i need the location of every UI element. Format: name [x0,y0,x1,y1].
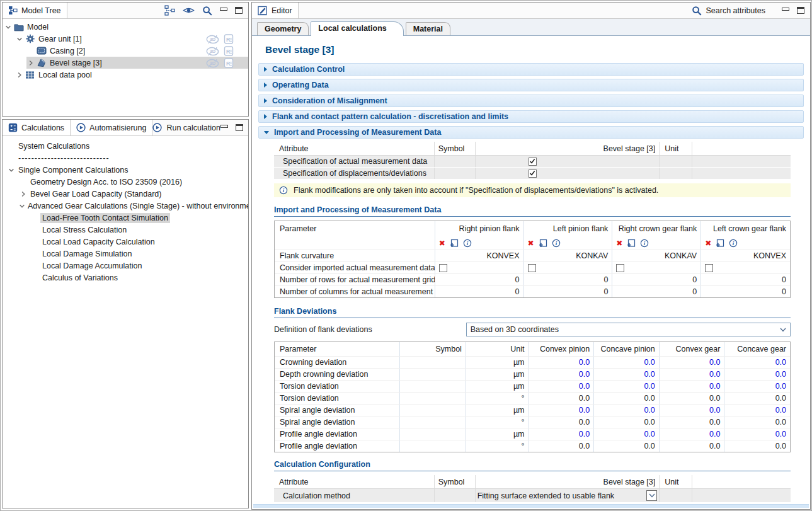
delete-icon[interactable]: ✖ [705,239,711,247]
eye-icon[interactable] [183,6,195,14]
tree-item[interactable]: Local data pool [15,69,248,81]
unit-cell: µm [466,405,529,416]
checkbox[interactable] [439,264,447,272]
calculation-item[interactable]: Local Stress Calculation [3,224,248,236]
automation-tab[interactable]: Automatisierung [71,120,152,135]
checkbox[interactable] [616,264,624,272]
value-cell [476,168,660,179]
rotate-3d-icon[interactable]: 3D [206,34,219,44]
import-file-icon[interactable] [450,239,459,248]
value-cell[interactable]: 0.0 [594,381,660,392]
search-attributes-button[interactable]: Search attributes [692,6,766,16]
rotate-3d-icon[interactable]: 3D [206,58,219,68]
chevron-down-icon[interactable] [18,202,26,210]
value-cell[interactable]: 0.0 [724,381,790,392]
info-icon[interactable]: i [640,239,649,248]
report-icon[interactable]: R [224,58,234,68]
tree-item[interactable]: Gear unit [1]3DR [15,33,248,45]
value-cell[interactable]: 0.0 [594,369,660,380]
tree-item-label: Local data pool [36,71,94,79]
import-file-icon[interactable] [716,239,724,248]
import-file-icon[interactable] [627,239,636,248]
tab-geometry[interactable]: Geometry [257,22,309,35]
checkbox[interactable] [529,169,537,178]
import-file-icon[interactable] [539,239,547,248]
tab-local-calculations[interactable]: Local calculations [311,21,403,36]
value-cell[interactable]: 0.0 [594,428,660,440]
value-cell[interactable]: 0.0 [724,405,790,416]
value-cell[interactable]: 0.0 [529,357,595,368]
chevron-right-icon[interactable] [26,59,35,67]
value-cell[interactable]: 0.0 [529,405,595,416]
info-icon[interactable]: i [463,239,472,248]
tree-item[interactable]: Casing [2]3DR [26,45,248,57]
value-cell[interactable]: 0.0 [660,428,725,440]
editor-tab[interactable]: Editor [252,3,299,18]
value-cell[interactable]: 0.0 [594,357,660,368]
calculation-item[interactable]: Local Damage Accumulation [3,260,248,272]
value-cell[interactable]: 0.0 [529,381,595,392]
chevron-down-icon[interactable] [4,23,13,31]
model-tree-tab[interactable]: Model Tree [3,3,67,18]
dropdown-button[interactable] [646,490,657,501]
calculation-item[interactable]: Local Load Capacity Calculation [3,236,248,248]
calculation-item[interactable]: Geometry Design Acc. to ISO 23509 (2016) [3,176,248,188]
value-cell[interactable]: 0.0 [660,369,725,380]
report-icon[interactable]: R [224,34,234,44]
info-icon[interactable]: i [552,239,561,248]
delete-icon[interactable]: ✖ [528,239,534,247]
value-cell[interactable]: 0.0 [724,357,790,368]
value-cell[interactable]: 0.0 [660,405,725,416]
chevron-down-icon[interactable] [6,166,16,174]
calculation-item[interactable]: Calculus of Variations [3,272,248,284]
flank-definition-dropdown[interactable]: Based on 3D coordinates [466,323,791,336]
delete-icon[interactable]: ✖ [616,239,622,247]
value-cell[interactable]: 0.0 [724,428,790,440]
calculations-tab[interactable]: Calculations [3,120,71,135]
maximize-icon[interactable] [797,7,804,14]
delete-icon[interactable]: ✖ [439,239,445,247]
calculation-item[interactable]: Local Damage Simulation [3,248,248,260]
chevron-down-icon[interactable] [15,35,24,43]
value-cell[interactable] [435,262,524,273]
checkbox[interactable] [529,158,537,166]
section-header-collapsed[interactable]: Consideration of Misalignment [258,95,804,107]
minimize-icon[interactable] [782,8,789,11]
section-header-expanded[interactable]: Import and Processing of Measurement Dat… [258,126,804,139]
value-cell[interactable]: 0.0 [724,369,790,380]
unit-cell [660,168,692,179]
value-cell[interactable]: 0.0 [594,405,660,416]
chevron-right-icon[interactable] [15,71,24,79]
calculation-item[interactable]: Advanced Gear Calculations (Single Stage… [3,200,248,212]
value-cell[interactable]: 0.0 [529,369,595,380]
minimize-icon[interactable] [220,125,228,128]
section-header-collapsed[interactable]: Calculation Control [258,63,804,76]
calculation-item[interactable]: System Calculations [3,140,248,152]
value-cell[interactable] [524,262,613,273]
report-icon[interactable]: R [224,46,234,56]
section-header-collapsed[interactable]: Operating Data [258,79,804,91]
tree-item[interactable]: Bevel stage [3]3DR [26,57,248,69]
section-header-collapsed[interactable]: Flank and contact pattern calculation - … [258,110,804,123]
tab-material[interactable]: Material [406,22,450,35]
minimize-icon[interactable] [220,8,227,11]
value-cell[interactable] [612,262,701,273]
info-icon[interactable]: i [729,239,738,248]
value-cell[interactable] [701,262,790,273]
calculation-item[interactable]: Load-Free Tooth Contact Simulation [3,212,248,224]
value-cell[interactable]: 0.0 [660,357,725,368]
maximize-icon[interactable] [236,124,243,131]
maximize-icon[interactable] [235,7,243,14]
run-calculation-button[interactable]: Run calculation [152,120,220,135]
rotate-3d-icon[interactable]: 3D [206,46,219,56]
tree-item[interactable]: Model [4,21,248,33]
checkbox[interactable] [705,264,713,272]
search-icon[interactable] [202,6,212,16]
calculation-item[interactable]: Single Component Calculations [3,164,248,176]
value-cell[interactable]: 0.0 [660,381,725,392]
calculation-item[interactable]: Bevel Gear Load Capacity (Standard) [3,188,248,200]
structure-link-icon[interactable] [164,5,175,16]
value-cell[interactable]: 0.0 [529,428,595,440]
checkbox[interactable] [528,264,536,272]
chevron-right-icon[interactable] [18,190,28,198]
